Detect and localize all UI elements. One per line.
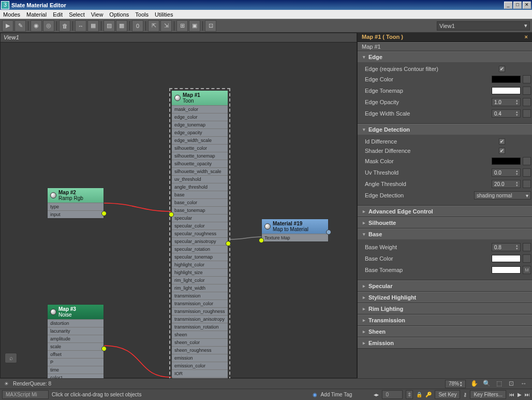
preview-button[interactable]: 0	[132, 20, 143, 32]
node-map2[interactable]: Map #2Ramp Rgb type input	[47, 188, 104, 219]
section-emission[interactable]: Emission	[358, 337, 532, 348]
prev-key-icon[interactable]: ⏮	[509, 392, 514, 397]
edge-tonemap-swatch[interactable]	[492, 87, 521, 94]
node-param[interactable]: sheen_color	[172, 338, 228, 346]
menu-utilities[interactable]: Utilities	[155, 11, 173, 18]
node-param[interactable]: Texture Map	[262, 234, 328, 241]
map-slot[interactable]	[523, 98, 531, 106]
layout-button[interactable]: ▦	[87, 20, 99, 32]
menu-modes[interactable]: Modes	[3, 11, 20, 18]
section-adv-edge[interactable]: Advanced Edge Control	[358, 206, 532, 217]
apply-button[interactable]: ◎	[43, 20, 54, 32]
node-param[interactable]: P	[48, 358, 104, 366]
map-slot[interactable]	[523, 168, 531, 177]
node-param[interactable]: time	[48, 366, 104, 374]
maximize-button[interactable]: □	[513, 2, 522, 9]
node-param[interactable]: specular_tonemap	[172, 253, 228, 261]
node-param[interactable]: uv_threshold	[172, 175, 228, 183]
node-param[interactable]: scale	[48, 342, 104, 350]
view-selector[interactable]: View1▾	[437, 21, 530, 31]
node-param[interactable]: IOR	[172, 369, 228, 377]
node-param[interactable]: specular_roughness	[172, 230, 228, 237]
panel-name-field[interactable]: Map #1	[358, 42, 532, 51]
node-param[interactable]: rim_light_width	[172, 284, 228, 292]
node-param[interactable]: sheen_roughness	[172, 346, 228, 354]
node-param[interactable]: specular_color	[172, 222, 228, 230]
menu-material[interactable]: Material	[26, 11, 47, 18]
pointer-tool[interactable]: ▶	[2, 20, 13, 32]
extra-button[interactable]: ⊡	[205, 20, 216, 32]
grid-button[interactable]: ⊞	[176, 20, 188, 32]
id-diff-checkbox[interactable]: ✔	[499, 138, 505, 145]
output-socket[interactable]	[326, 230, 331, 235]
zoom-extents-icon[interactable]: ⊡	[507, 380, 515, 388]
menu-edit[interactable]: Edit	[53, 11, 63, 18]
select-child-button[interactable]: ⇲	[160, 20, 172, 32]
node-param[interactable]: transmission_rotation	[172, 323, 228, 331]
zoom-region-icon[interactable]: ⬚	[495, 380, 503, 388]
background-button[interactable]: ▩	[116, 20, 127, 32]
lock-icon[interactable]: 🔒	[416, 392, 422, 397]
section-rim[interactable]: Rim Lighting	[358, 303, 532, 314]
tag-icon[interactable]: ◉	[313, 392, 317, 397]
next-key-icon[interactable]: ⏭	[525, 392, 530, 397]
menu-select[interactable]: Select	[69, 11, 85, 18]
node-param[interactable]: mask_color	[172, 105, 228, 113]
edge-enable-checkbox[interactable]: ✔	[499, 66, 505, 72]
node-param[interactable]: angle_threshold	[172, 183, 228, 191]
node-param[interactable]: edge_width_scale	[172, 136, 228, 144]
node-param[interactable]: distortion	[48, 319, 104, 327]
angle-threshold-spinner[interactable]: 20.0▴▾	[492, 180, 521, 188]
node-viewport[interactable]: View1 Map #2Ramp Rgb type input Map #3No…	[0, 33, 357, 378]
output-socket[interactable]	[101, 211, 107, 216]
node-param[interactable]: transmission	[172, 292, 228, 299]
node-param[interactable]: highlight_size	[172, 268, 228, 276]
keymode-icon[interactable]: ⚷	[463, 392, 467, 397]
map-slot[interactable]	[523, 109, 531, 118]
mask-color-swatch[interactable]	[492, 158, 521, 165]
zoom-field[interactable]: 78%▴▾	[445, 380, 466, 388]
play-icon[interactable]: ▶	[518, 392, 522, 397]
maxscript-field[interactable]: MAXScript Mi	[2, 390, 49, 399]
edge-width-spinner[interactable]: 0.4▴▾	[492, 109, 521, 118]
map-slot[interactable]	[523, 243, 531, 251]
node-param[interactable]: specular_rotation	[172, 245, 228, 253]
view-tab[interactable]: View1	[1, 33, 357, 42]
base-tonemap-swatch[interactable]	[492, 266, 521, 274]
node-param[interactable]: edge_color	[172, 113, 228, 121]
node-param[interactable]: base_color	[172, 198, 228, 206]
node-param[interactable]: silhouette_color	[172, 144, 228, 152]
delete-button[interactable]: 🗑	[59, 20, 70, 32]
node-param[interactable]: specular	[172, 214, 228, 222]
picker-tool[interactable]: ✎	[14, 20, 26, 32]
snap-button[interactable]: ▣	[189, 20, 200, 32]
close-button[interactable]: ✕	[523, 2, 531, 9]
move-button[interactable]: ↔	[75, 20, 86, 32]
frame-field[interactable]: 0	[382, 390, 403, 399]
section-silhouette[interactable]: Silhouette	[358, 217, 532, 228]
zoom-icon[interactable]: 🔍	[482, 380, 491, 388]
addtime-label[interactable]: Add Time Tag	[320, 392, 352, 397]
pan-icon[interactable]: ✋	[470, 380, 478, 388]
setkey-button[interactable]: Set Key	[435, 390, 460, 399]
input-socket[interactable]	[259, 238, 264, 243]
menu-tools[interactable]: Tools	[135, 11, 149, 18]
node-param[interactable]: silhouette_width_scale	[172, 167, 228, 175]
section-edge-detection[interactable]: Edge Detection	[358, 124, 532, 135]
node-param[interactable]: emission	[172, 354, 228, 362]
output-socket[interactable]	[101, 346, 107, 351]
frame-spin[interactable]: ⇕	[406, 390, 413, 399]
edge-opacity-spinner[interactable]: 1.0▴▾	[492, 98, 521, 106]
node-param[interactable]: silhouette_opacity	[172, 160, 228, 167]
node-param[interactable]: edge_opacity	[172, 128, 228, 136]
map-slot[interactable]	[523, 87, 531, 95]
show-map-button[interactable]: ▨	[104, 20, 115, 32]
node-param[interactable]: silhouette_tonemap	[172, 152, 228, 160]
shader-diff-checkbox[interactable]: ✔	[499, 148, 505, 154]
node-param[interactable]: sheen	[172, 331, 228, 338]
node-param[interactable]: emission_color	[172, 362, 228, 369]
node-param[interactable]: highlight_color	[172, 261, 228, 268]
node-param[interactable]: transmission_anisotropy	[172, 315, 228, 323]
section-sheen[interactable]: Sheen	[358, 326, 532, 337]
assign-button[interactable]: ◉	[31, 20, 42, 32]
